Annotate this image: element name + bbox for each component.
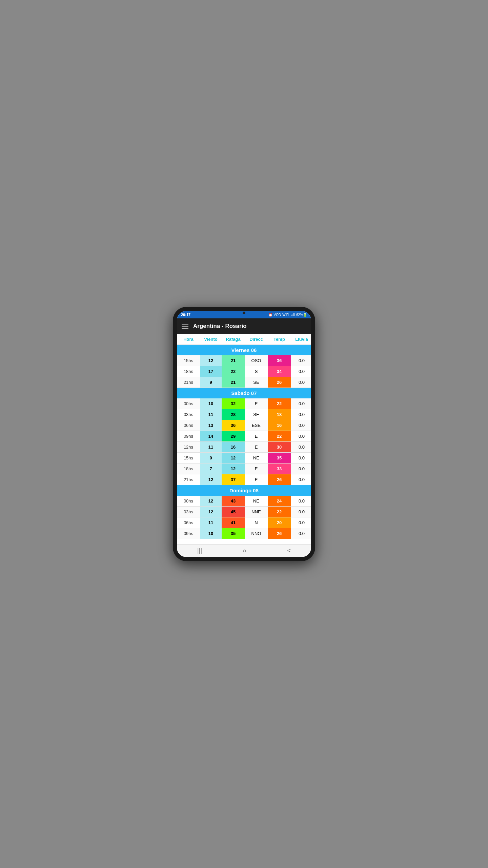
direcc-cell: NE xyxy=(245,453,268,463)
temp-cell: 16 xyxy=(268,420,291,431)
lluvia-cell: 0.0 xyxy=(291,409,311,420)
rafaga-cell: 22 xyxy=(222,366,245,377)
hora-cell: 18hs xyxy=(177,366,200,377)
temp-cell: 22 xyxy=(268,431,291,441)
viento-cell: 12 xyxy=(200,496,222,506)
table-row: 06hs1336ESE160.052% xyxy=(177,420,311,431)
temp-cell: 22 xyxy=(268,398,291,409)
camera xyxy=(243,312,245,314)
temp-cell: 20 xyxy=(268,517,291,528)
hora-cell: 00hs xyxy=(177,398,200,409)
table-row: 09hs1429E220.039% xyxy=(177,431,311,442)
hora-cell: 03hs xyxy=(177,409,200,420)
temp-cell: 26 xyxy=(268,377,291,388)
table-row: 18hs1722S340.013% xyxy=(177,366,311,377)
table-row: 03hs1245NNE220.049% xyxy=(177,507,311,517)
table-row: 18hs712E330.017% xyxy=(177,463,311,474)
viento-cell: 9 xyxy=(200,453,222,463)
hora-cell: 21hs xyxy=(177,377,200,388)
hora-cell: 15hs xyxy=(177,453,200,463)
nav-back[interactable]: < xyxy=(287,547,291,554)
direcc-cell: NNO xyxy=(245,528,268,539)
rafaga-cell: 12 xyxy=(222,453,245,463)
viento-cell: 14 xyxy=(200,431,222,441)
table-row: 03hs1128SE180.039% xyxy=(177,409,311,420)
content-area: Viernes 0615hs1221OSO360.012%18hs1722S34… xyxy=(177,345,311,544)
col-rafaga: Rafaga xyxy=(222,336,245,342)
rafaga-cell: 28 xyxy=(222,409,245,420)
temp-cell: 24 xyxy=(268,496,291,506)
temp-cell: 36 xyxy=(268,355,291,366)
lluvia-cell: 0.0 xyxy=(291,398,311,409)
phone-screen: 20:17 ⏰ VOD WiFi .all 62%🔋 Argentina - R… xyxy=(177,311,311,557)
direcc-cell: SE xyxy=(245,377,268,388)
day-header-0: Viernes 06 xyxy=(177,345,311,355)
lluvia-cell: 0.0 xyxy=(291,474,311,485)
signal-icon: .all xyxy=(290,313,295,317)
hora-cell: 00hs xyxy=(177,496,200,506)
nav-menu[interactable]: ||| xyxy=(197,547,202,554)
hora-cell: 06hs xyxy=(177,420,200,431)
lluvia-cell: 0.0 xyxy=(291,442,311,452)
lluvia-cell: 0.0 xyxy=(291,355,311,366)
wifi-icon: WiFi xyxy=(282,313,289,317)
network-icon: VOD xyxy=(274,313,281,317)
phone-frame: 20:17 ⏰ VOD WiFi .all 62%🔋 Argentina - R… xyxy=(173,307,315,561)
hora-cell: 09hs xyxy=(177,431,200,441)
rafaga-cell: 41 xyxy=(222,517,245,528)
viento-cell: 9 xyxy=(200,377,222,388)
direcc-cell: SE xyxy=(245,409,268,420)
viento-cell: 11 xyxy=(200,409,222,420)
direcc-cell: ESE xyxy=(245,420,268,431)
rafaga-cell: 35 xyxy=(222,528,245,539)
col-hora: Hora xyxy=(177,336,200,342)
bottom-nav: ||| ○ < xyxy=(177,544,311,557)
battery-icon: 62%🔋 xyxy=(296,313,307,317)
col-direcc: Direcc xyxy=(245,336,268,342)
column-headers: Hora Viento Rafaga Direcc Temp Lluvia Hu… xyxy=(177,334,311,345)
direcc-cell: E xyxy=(245,431,268,441)
lluvia-cell: 0.0 xyxy=(291,366,311,377)
table-row: 12hs1116E300.021% xyxy=(177,442,311,453)
table-row: 00hs1032E220.031% xyxy=(177,398,311,409)
table-row: 06hs1141N200.055% xyxy=(177,517,311,528)
alarm-icon: ⏰ xyxy=(268,313,272,317)
temp-cell: 22 xyxy=(268,507,291,517)
direcc-cell: E xyxy=(245,463,268,474)
nav-home[interactable]: ○ xyxy=(243,547,246,554)
lluvia-cell: 0.0 xyxy=(291,507,311,517)
lluvia-cell: 0.0 xyxy=(291,517,311,528)
status-icons: ⏰ VOD WiFi .all 62%🔋 xyxy=(268,313,307,317)
table-row: 09hs1035NNO260.037% xyxy=(177,528,311,539)
viento-cell: 7 xyxy=(200,463,222,474)
status-time: 20:17 xyxy=(181,313,190,317)
viento-cell: 12 xyxy=(200,355,222,366)
day-header-1: Sabado 07 xyxy=(177,388,311,398)
table-row: 15hs912NE350.014% xyxy=(177,453,311,463)
table-row: 15hs1221OSO360.012% xyxy=(177,355,311,366)
direcc-cell: NNE xyxy=(245,507,268,517)
direcc-cell: OSO xyxy=(245,355,268,366)
lluvia-cell: 0.0 xyxy=(291,453,311,463)
lluvia-cell: 0.0 xyxy=(291,431,311,441)
hora-cell: 18hs xyxy=(177,463,200,474)
hora-cell: 06hs xyxy=(177,517,200,528)
col-lluvia: Lluvia xyxy=(291,336,311,342)
app-bar: Argentina - Rosario xyxy=(177,318,311,334)
temp-cell: 26 xyxy=(268,528,291,539)
rafaga-cell: 21 xyxy=(222,377,245,388)
viento-cell: 11 xyxy=(200,517,222,528)
hora-cell: 15hs xyxy=(177,355,200,366)
direcc-cell: N xyxy=(245,517,268,528)
menu-button[interactable] xyxy=(182,324,188,329)
hora-cell: 12hs xyxy=(177,442,200,452)
direcc-cell: E xyxy=(245,442,268,452)
lluvia-cell: 0.0 xyxy=(291,420,311,431)
rafaga-cell: 32 xyxy=(222,398,245,409)
rafaga-cell: 37 xyxy=(222,474,245,485)
temp-cell: 33 xyxy=(268,463,291,474)
rafaga-cell: 16 xyxy=(222,442,245,452)
direcc-cell: E xyxy=(245,398,268,409)
hora-cell: 21hs xyxy=(177,474,200,485)
lluvia-cell: 0.0 xyxy=(291,463,311,474)
